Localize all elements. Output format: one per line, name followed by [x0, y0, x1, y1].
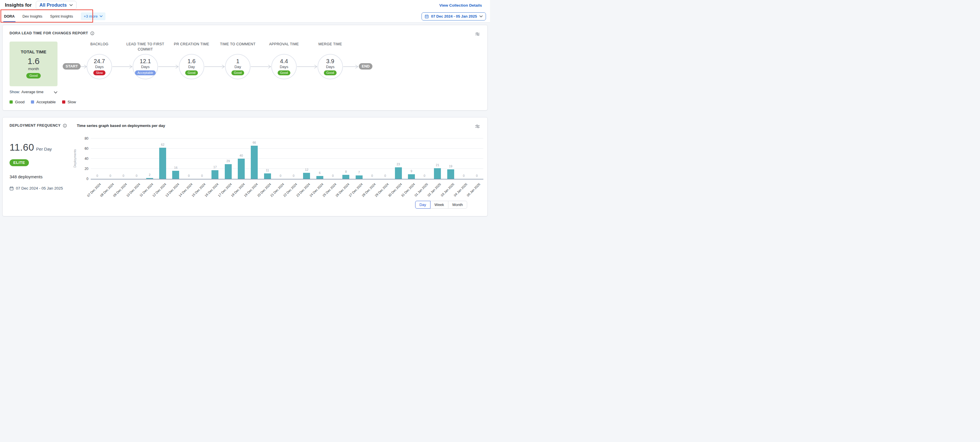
granularity-day-button[interactable]: Day	[415, 201, 431, 209]
bar[interactable]	[408, 174, 415, 179]
stage-badge: Good	[231, 70, 244, 75]
tier-badge: ELITE	[10, 159, 29, 166]
bar[interactable]	[238, 159, 245, 179]
product-selector[interactable]: All Products	[36, 1, 76, 10]
stage-circle[interactable]: 24.7 Days Slow	[87, 54, 112, 79]
date-range-picker[interactable]: 07 Dec 2024 - 05 Jan 2025	[422, 13, 486, 21]
show-label: Show:	[10, 90, 20, 94]
bar[interactable]	[317, 176, 323, 179]
y-axis-tick-label: 40	[78, 157, 88, 161]
tab-label: Dev Insights	[22, 14, 43, 19]
bar-value-label: 23	[393, 162, 404, 166]
stage-merge-time: MERGE TIME 3.9 Days Good	[307, 41, 353, 52]
stage-label: TIME TO COMMENT	[215, 41, 261, 52]
stats-date-range-value: 07 Dec 2024 - 05 Jan 2025	[16, 186, 63, 190]
bar[interactable]	[356, 176, 363, 179]
tab-sprint-insights[interactable]: Sprint Insights	[50, 10, 73, 22]
bar[interactable]	[212, 170, 218, 179]
date-range-value: 07 Dec 2024 - 05 Jan 2025	[431, 14, 477, 19]
stage-unit: Days	[280, 65, 288, 69]
topbar: Insights for All Products View Collectio…	[0, 0, 490, 10]
stage-value: 12.1	[140, 58, 151, 64]
rate-unit: Per Day	[36, 147, 52, 152]
bar-value-label: 2	[144, 173, 156, 177]
bar-value-label: 66	[248, 141, 260, 144]
stage-backlog: BACKLOG 24.7 Days Slow	[76, 41, 123, 52]
stage-value: 1.6	[188, 58, 196, 64]
stage-value: 4.4	[280, 58, 288, 64]
stats-date-range: 07 Dec 2024 - 05 Jan 2025	[10, 186, 77, 190]
stage-label: APPROVAL TIME	[261, 41, 307, 52]
stage-lead-time-to-first-commit: LEAD TIME TO FIRST COMMIT 12.1 Days Acce…	[122, 41, 169, 52]
deployment-chart: Deployments 0204060800000262160017294066…	[77, 128, 480, 207]
tab-dora[interactable]: DORA	[4, 10, 15, 22]
total-deployments: 348 deployments	[10, 174, 77, 179]
flow-start-pill: START	[63, 63, 81, 70]
bar-value-label: 0	[458, 174, 469, 177]
bar[interactable]	[342, 175, 349, 179]
chart-settings-icon[interactable]	[475, 32, 480, 37]
stage-circle[interactable]: 1 Day Good	[225, 54, 250, 79]
granularity-week-button[interactable]: Week	[430, 201, 449, 209]
stage-label: MERGE TIME	[307, 41, 353, 52]
y-axis-tick-label: 20	[78, 167, 88, 171]
bar[interactable]	[434, 168, 441, 179]
bar[interactable]	[172, 171, 179, 179]
stage-circle[interactable]: 4.4 Days Good	[271, 54, 297, 79]
deployment-content-row: 11.60 Per Day ELITE 348 deployments 07 D…	[10, 128, 480, 207]
bar-value-label: 0	[471, 174, 482, 177]
stage-time-to-comment: TIME TO COMMENT 1 Day Good	[215, 41, 261, 52]
info-icon[interactable]	[63, 124, 67, 128]
bar-value-label: 0	[366, 174, 378, 177]
bar-value-label: 0	[131, 174, 142, 177]
legend-label: Acceptable	[37, 100, 56, 104]
bar-value-label: 12	[301, 168, 312, 171]
bar-value-label: 21	[432, 163, 443, 167]
bar[interactable]	[251, 146, 258, 179]
bar[interactable]	[447, 170, 454, 179]
page: Insights for All Products View Collectio…	[0, 0, 490, 221]
bar-value-label: 0	[327, 174, 339, 177]
stage-unit: Day	[234, 65, 241, 69]
tab-dev-insights[interactable]: Dev Insights	[22, 10, 43, 22]
legend-item-slow: Slow	[62, 100, 76, 104]
bar-value-label: 0	[183, 174, 195, 177]
deployment-card-header: DEPLOYMENT FREQUENCY Time series graph b…	[10, 123, 480, 128]
tab-label: Sprint Insights	[50, 14, 73, 19]
total-time-value: 1.6	[27, 56, 40, 66]
chevron-down-icon	[479, 15, 483, 17]
legend-label: Slow	[68, 100, 76, 104]
bar[interactable]	[146, 178, 153, 179]
show-selector-row: Show: Average time	[10, 90, 480, 95]
info-icon[interactable]	[91, 32, 94, 35]
bar[interactable]	[225, 164, 232, 179]
stage-circle[interactable]: 12.1 Days Acceptable	[133, 54, 158, 79]
stage-circle[interactable]: 3.9 Days Good	[318, 54, 343, 79]
bar-value-label: 16	[170, 166, 181, 170]
bar[interactable]	[395, 167, 402, 179]
stage-value: 1	[236, 58, 239, 64]
stage-circle[interactable]: 1.6 Day Good	[179, 54, 204, 79]
bar[interactable]	[159, 148, 166, 179]
chevron-down-icon[interactable]	[54, 90, 57, 95]
status-legend: Good Acceptable Slow	[10, 100, 480, 104]
deployment-chart-plot: Deployments 0204060800000262160017294066…	[91, 138, 484, 179]
stage-badge: Good	[324, 70, 337, 75]
bar[interactable]	[264, 173, 271, 179]
legend-swatch-good	[10, 100, 13, 104]
gridline	[91, 158, 484, 159]
gridline	[91, 168, 484, 169]
more-tabs-label: +3 more	[84, 14, 98, 19]
stage-badge: Good	[278, 70, 291, 75]
view-collection-details-link[interactable]: View Collection Details	[439, 3, 482, 8]
page-title: Insights for	[5, 2, 32, 8]
show-value-select[interactable]: Average time	[21, 90, 43, 94]
bar-value-label: 9	[406, 170, 417, 173]
bar[interactable]	[303, 173, 310, 179]
granularity-month-button[interactable]: Month	[448, 201, 467, 209]
total-time-unit: month	[28, 67, 39, 71]
more-tabs-button[interactable]: +3 more	[81, 13, 105, 20]
legend-swatch-acceptable	[31, 100, 34, 104]
bar-value-label: 40	[235, 154, 247, 157]
legend-label: Good	[15, 100, 25, 104]
